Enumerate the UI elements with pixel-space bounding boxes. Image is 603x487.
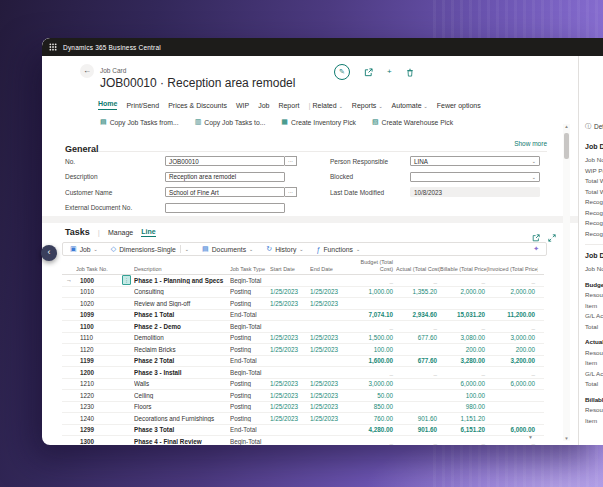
end-date-cell[interactable]: 1/25/2023	[310, 346, 352, 353]
expand-icon[interactable]	[548, 228, 556, 246]
start-date-cell[interactable]: 1/25/2023	[270, 346, 310, 353]
field-input[interactable]: 10/8/2023	[410, 187, 540, 197]
job-task-type-cell[interactable]: Posting	[230, 346, 270, 353]
start-date-cell[interactable]: _	[270, 357, 310, 364]
actual-cell[interactable]: _	[396, 323, 440, 330]
start-date-cell[interactable]: _	[270, 323, 310, 330]
col-invoiced[interactable]: Invoiced (Total Price)	[488, 266, 538, 272]
job-task-type-cell[interactable]: End-Total	[230, 357, 270, 364]
job-task-no-cell[interactable]: 1200	[76, 369, 122, 376]
menu-item[interactable]: Home	[98, 100, 117, 110]
billable-cell[interactable]: 3,280.00	[440, 357, 488, 364]
action-item[interactable]: ▤ Copy Job Tasks from...	[100, 118, 179, 126]
menu-item[interactable]: Job	[258, 102, 269, 109]
job-task-type-cell[interactable]: Posting	[230, 300, 270, 307]
start-date-cell[interactable]: _	[270, 438, 310, 445]
job-task-no-cell[interactable]: 1299	[76, 426, 122, 433]
invoiced-cell[interactable]: _	[488, 392, 538, 399]
description-cell[interactable]: Phase 1 - Planning and Specs	[134, 277, 230, 284]
table-row[interactable]: 1099 ⋮ Phase 1 Total End-Total _ _ 7,074…	[62, 310, 544, 322]
invoiced-cell[interactable]: 6,000.00	[488, 426, 538, 433]
table-row[interactable]: 1210 ⋮ Walls Posting 1/25/2023 1/25/2023…	[62, 379, 544, 391]
job-task-type-cell[interactable]: End-Total	[230, 311, 270, 318]
actual-cell[interactable]: 901.60	[396, 426, 440, 433]
billable-cell[interactable]: _	[440, 323, 488, 330]
end-date-cell[interactable]: _	[310, 357, 352, 364]
menu-item[interactable]: Prices & Discounts	[168, 102, 227, 109]
field-input[interactable]: School of Fine Art	[165, 187, 285, 197]
actual-cell[interactable]: _	[396, 300, 440, 307]
toolbar-item[interactable]: ↻ History ⌄	[266, 245, 303, 253]
table-row[interactable]: 1300 ⋮ Phase 4 - Final Review Begin-Tota…	[62, 436, 544, 445]
table-row[interactable]: 1020 ⋮ Review and Sign-off Posting 1/25/…	[62, 298, 544, 310]
end-date-cell[interactable]: _	[310, 311, 352, 318]
job-task-type-cell[interactable]: Posting	[230, 380, 270, 387]
description-cell[interactable]: Phase 3 - Install	[134, 369, 230, 376]
table-row[interactable]: 1100 ⋮ Phase 2 - Demo Begin-Total _ _ _ …	[62, 321, 544, 333]
billable-cell[interactable]: 3,080.00	[440, 334, 488, 341]
end-date-cell[interactable]: 1/25/2023	[310, 300, 352, 307]
job-task-no-cell[interactable]: 1199	[76, 357, 122, 364]
job-task-type-cell[interactable]: Posting	[230, 392, 270, 399]
toolbar-item[interactable]: ◇ Dimensions-Single ⌄	[111, 245, 189, 253]
job-task-type-cell[interactable]: Begin-Total	[230, 277, 270, 284]
table-row[interactable]: 1199 ⋮ Phase 2 Total End-Total _ _ 1,600…	[62, 356, 544, 368]
actual-cell[interactable]: 677.60	[396, 357, 440, 364]
billable-cell[interactable]: _	[440, 369, 488, 376]
field-input[interactable]: Reception area remodel	[165, 172, 285, 182]
actual-cell[interactable]: 1,355.20	[396, 288, 440, 295]
job-task-no-cell[interactable]: 1120	[76, 346, 122, 353]
table-row[interactable]: 1220 ⋮ Ceiling Posting 1/25/2023 1/25/20…	[62, 390, 544, 402]
budget-cell[interactable]: 3,000.00	[352, 380, 396, 387]
table-row[interactable]: 1240 ⋮ Decorations and Furnishings Posti…	[62, 413, 544, 425]
actual-cell[interactable]: _	[396, 392, 440, 399]
menu-item[interactable]: | Related ⌄	[308, 101, 342, 110]
billable-cell[interactable]: 6,151.20	[440, 426, 488, 433]
billable-cell[interactable]: _	[440, 438, 488, 445]
ellipsis-button[interactable]: ···	[285, 187, 297, 197]
col-actual[interactable]: Actual (Total Cost)	[396, 266, 440, 272]
description-cell[interactable]: Reclaim Bricks	[134, 346, 230, 353]
collapse-nav-button[interactable]: ‹	[41, 245, 57, 261]
invoiced-cell[interactable]: _	[488, 403, 538, 410]
job-task-no-cell[interactable]: 1010	[76, 288, 122, 295]
billable-cell[interactable]: 2,000.00	[440, 288, 488, 295]
tasks-tab[interactable]: Manage	[108, 229, 133, 236]
start-date-cell[interactable]: _	[270, 426, 310, 433]
waffle-icon[interactable]	[49, 43, 57, 51]
start-date-cell[interactable]: 1/25/2023	[270, 300, 310, 307]
budget-cell[interactable]: _	[352, 369, 396, 376]
end-date-cell[interactable]: _	[310, 426, 352, 433]
actual-cell[interactable]: 901.60	[396, 415, 440, 422]
budget-cell[interactable]: _	[352, 438, 396, 445]
end-date-cell[interactable]: 1/25/2023	[310, 380, 352, 387]
field-input[interactable]: ⌄	[410, 172, 540, 182]
share-icon[interactable]	[364, 68, 373, 77]
menu-item[interactable]: Automate ⌄	[392, 102, 428, 109]
billable-cell[interactable]: 6,000.00	[440, 380, 488, 387]
billable-cell[interactable]: 1,151.20	[440, 415, 488, 422]
end-date-cell[interactable]: _	[310, 369, 352, 376]
billable-cell[interactable]: 100.00	[440, 392, 488, 399]
invoiced-cell[interactable]: 6,000.00	[488, 380, 538, 387]
budget-cell[interactable]: 50.00	[352, 392, 396, 399]
start-date-cell[interactable]: _	[270, 369, 310, 376]
menu-item[interactable]: Report	[278, 102, 299, 109]
budget-cell[interactable]: 4,280.00	[352, 426, 396, 433]
menu-item[interactable]: Reports ⌄	[352, 102, 383, 109]
job-task-no-cell[interactable]: 1099	[76, 311, 122, 318]
invoiced-cell[interactable]: _	[488, 415, 538, 422]
actual-cell[interactable]: 677.60	[396, 334, 440, 341]
sparkle-icon[interactable]: ✦	[533, 245, 539, 253]
description-cell[interactable]: Demolition	[134, 334, 230, 341]
factbox-header[interactable]: ⓘ Det	[585, 122, 603, 131]
start-date-cell[interactable]: _	[270, 311, 310, 318]
invoiced-cell[interactable]: 200.00	[488, 346, 538, 353]
budget-cell[interactable]: _	[352, 277, 396, 284]
col-job-task-no[interactable]: Job Task No.	[76, 266, 122, 272]
invoiced-cell[interactable]: 3,000.00	[488, 334, 538, 341]
menu-item[interactable]: Print/Send	[126, 102, 159, 109]
job-task-no-cell[interactable]: 1100	[76, 323, 122, 330]
job-task-no-cell[interactable]: 1300	[76, 438, 122, 445]
col-billable[interactable]: Billable (Total Price)	[440, 266, 488, 272]
